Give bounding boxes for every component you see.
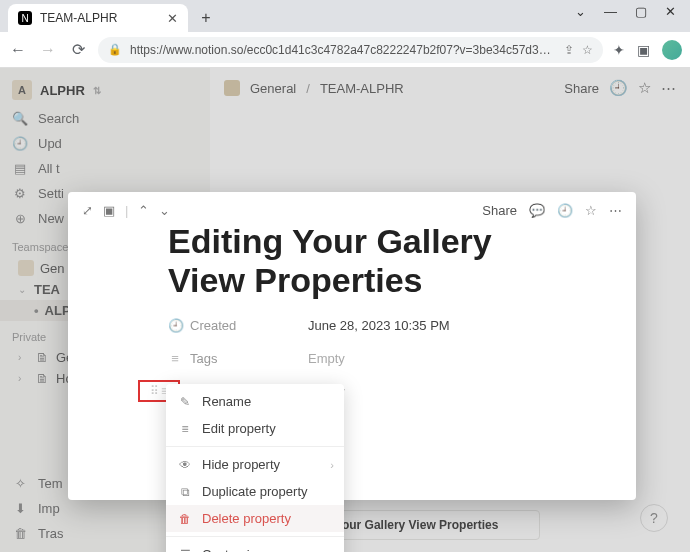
clock-icon: 🕘 <box>168 318 182 333</box>
rename-icon: ✎ <box>178 395 192 409</box>
comment-icon[interactable]: 💬 <box>529 203 545 218</box>
customize-icon: ☰ <box>178 548 192 553</box>
notion-favicon: N <box>18 11 32 25</box>
star-url-icon[interactable]: ☆ <box>582 43 593 57</box>
share-url-icon[interactable]: ⇪ <box>564 43 574 57</box>
expand-icon[interactable]: ⤢ <box>82 203 93 218</box>
property-value: June 28, 2023 10:35 PM <box>308 318 450 333</box>
property-value: Empty <box>308 351 345 366</box>
forward-icon[interactable]: → <box>38 41 58 59</box>
chevron-down-icon[interactable]: ⌄ <box>575 4 586 19</box>
chevron-right-icon: › <box>330 459 334 471</box>
url-text: https://www.notion.so/ecc0c1d41c3c4782a4… <box>130 43 556 57</box>
menu-separator <box>166 446 344 447</box>
reload-icon[interactable]: ⟳ <box>68 40 88 59</box>
drag-handle-icon[interactable]: ⠿ <box>150 384 157 398</box>
notion-app: A ALPHR ⇅ 🔍Search 🕘Upd ▤All t ⚙Setti ⊕Ne… <box>0 68 690 552</box>
close-tab-icon[interactable]: ✕ <box>167 11 178 26</box>
browser-tab[interactable]: N TEAM-ALPHR ✕ <box>8 4 188 32</box>
divider: | <box>125 203 128 218</box>
more-icon[interactable]: ⋯ <box>609 203 622 218</box>
lock-icon: 🔒 <box>108 43 122 56</box>
menu-item-edit-property[interactable]: ≡Edit property <box>166 415 344 442</box>
back-icon[interactable]: ← <box>8 41 28 59</box>
property-row-created[interactable]: 🕘Created June 28, 2023 10:35 PM <box>168 318 536 333</box>
page-title[interactable]: Editing Your Gallery View Properties <box>168 222 536 300</box>
menu-item-customize-page[interactable]: ☰Customize page <box>166 541 344 552</box>
trash-icon: 🗑 <box>178 512 192 526</box>
property-context-menu: ✎Rename ≡Edit property 👁Hide property› ⧉… <box>166 384 344 552</box>
browser-titlebar: N TEAM-ALPHR ✕ + ⌄ — ▢ ✕ <box>0 0 690 32</box>
maximize-icon[interactable]: ▢ <box>635 4 647 19</box>
profile-avatar[interactable] <box>662 40 682 60</box>
browser-address-bar: ← → ⟳ 🔒 https://www.notion.so/ecc0c1d41c… <box>0 32 690 68</box>
menu-separator <box>166 536 344 537</box>
star-icon[interactable]: ☆ <box>585 203 597 218</box>
page-modal: ⤢ ▣ | ⌃ ⌄ Share 💬 🕘 ☆ ⋯ Editing Your Gal… <box>68 192 636 500</box>
peek-mode-icon[interactable]: ▣ <box>103 203 115 218</box>
list-icon: ≡ <box>168 351 182 366</box>
url-input[interactable]: 🔒 https://www.notion.so/ecc0c1d41c3c4782… <box>98 37 603 63</box>
window-controls: ⌄ — ▢ ✕ <box>575 0 690 19</box>
edit-icon: ≡ <box>178 422 192 436</box>
eye-icon: 👁 <box>178 458 192 472</box>
nav-up-icon[interactable]: ⌃ <box>138 203 149 218</box>
menu-item-duplicate-property[interactable]: ⧉Duplicate property <box>166 478 344 505</box>
menu-item-rename[interactable]: ✎Rename <box>166 388 344 415</box>
nav-down-icon[interactable]: ⌄ <box>159 203 170 218</box>
extension-square-icon[interactable]: ▣ <box>637 42 650 58</box>
property-row-tags[interactable]: ≡Tags Empty <box>168 351 536 366</box>
clock-icon[interactable]: 🕘 <box>557 203 573 218</box>
close-window-icon[interactable]: ✕ <box>665 4 676 19</box>
extensions-icon[interactable]: ✦ <box>613 42 625 58</box>
new-tab-button[interactable]: + <box>194 6 218 30</box>
minimize-icon[interactable]: — <box>604 4 617 19</box>
modal-share-button[interactable]: Share <box>482 203 517 218</box>
tab-title: TEAM-ALPHR <box>40 11 117 25</box>
menu-item-delete-property[interactable]: 🗑Delete property <box>166 505 344 532</box>
menu-item-hide-property[interactable]: 👁Hide property› <box>166 451 344 478</box>
duplicate-icon: ⧉ <box>178 485 192 499</box>
